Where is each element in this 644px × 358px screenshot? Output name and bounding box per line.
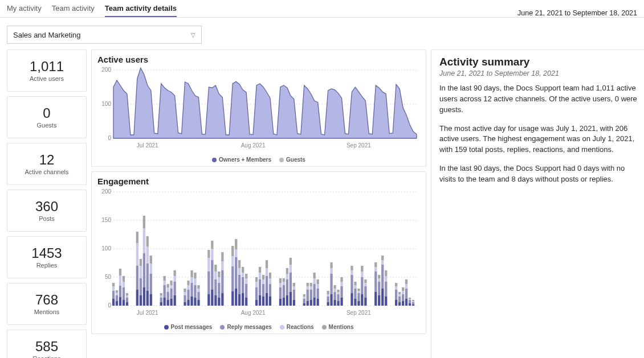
- metric-label: Active channels: [25, 168, 68, 175]
- svg-rect-271: [405, 289, 407, 299]
- svg-rect-98: [197, 300, 199, 306]
- svg-rect-88: [187, 285, 189, 290]
- svg-rect-204: [327, 294, 329, 297]
- svg-rect-249: [378, 275, 380, 278]
- svg-rect-142: [255, 300, 258, 306]
- svg-rect-67: [164, 285, 166, 298]
- svg-rect-272: [405, 284, 407, 289]
- legend-item: Guests: [279, 157, 305, 163]
- svg-rect-262: [398, 302, 401, 306]
- metric-value: 585: [35, 339, 58, 354]
- svg-rect-173: [286, 268, 288, 274]
- metric-label: Mentions: [34, 308, 60, 315]
- svg-rect-231: [357, 293, 360, 301]
- svg-rect-237: [361, 266, 363, 271]
- svg-rect-131: [238, 275, 241, 294]
- svg-rect-170: [286, 295, 288, 306]
- svg-rect-62: [160, 302, 162, 306]
- svg-rect-74: [170, 299, 173, 306]
- svg-rect-162: [279, 299, 282, 306]
- activity-summary-panel: Activity summary June 21, 2021 to Septem…: [431, 50, 644, 358]
- content-grid: 1,011 Active users 0 Guests 12 Active ch…: [0, 50, 644, 358]
- svg-rect-229: [354, 282, 356, 285]
- svg-rect-257: [385, 270, 387, 276]
- svg-rect-248: [378, 278, 380, 282]
- svg-rect-102: [207, 294, 210, 306]
- svg-rect-76: [170, 285, 173, 289]
- svg-rect-269: [402, 287, 404, 291]
- svg-rect-30: [119, 297, 121, 306]
- svg-rect-181: [293, 283, 295, 286]
- metric-label: Guests: [37, 122, 57, 129]
- svg-rect-247: [378, 282, 380, 295]
- svg-rect-216: [337, 292, 339, 294]
- svg-rect-117: [218, 271, 220, 277]
- svg-rect-227: [354, 289, 356, 299]
- svg-rect-78: [174, 295, 176, 306]
- svg-rect-211: [333, 292, 336, 300]
- svg-rect-72: [167, 287, 169, 292]
- svg-rect-82: [184, 302, 186, 306]
- tabs: My activity Team activity Team activity …: [7, 2, 177, 17]
- svg-rect-242: [374, 292, 377, 306]
- svg-rect-94: [194, 298, 196, 306]
- svg-rect-161: [269, 273, 271, 278]
- svg-text:200: 200: [101, 188, 111, 195]
- svg-rect-26: [116, 301, 118, 306]
- svg-rect-228: [354, 285, 356, 289]
- svg-rect-222: [350, 293, 353, 306]
- svg-rect-24: [112, 286, 115, 291]
- svg-rect-111: [214, 279, 217, 295]
- svg-rect-225: [350, 266, 353, 270]
- svg-text:100: 100: [101, 101, 111, 107]
- svg-rect-137: [242, 267, 244, 273]
- svg-text:0: 0: [108, 135, 111, 141]
- metric-label: Active users: [30, 75, 64, 82]
- metric-active-users: 1,011 Active users: [7, 50, 87, 92]
- svg-rect-260: [395, 286, 397, 290]
- tab-team-activity-details[interactable]: Team activity details: [105, 2, 177, 17]
- svg-rect-168: [283, 282, 285, 285]
- svg-rect-69: [164, 276, 166, 281]
- tab-my-activity[interactable]: My activity: [7, 2, 42, 17]
- svg-rect-263: [398, 297, 401, 302]
- svg-rect-217: [337, 290, 339, 292]
- svg-rect-171: [286, 279, 288, 295]
- svg-rect-176: [290, 265, 292, 273]
- svg-rect-42: [136, 290, 138, 306]
- svg-rect-22: [112, 299, 115, 306]
- svg-rect-77: [170, 281, 173, 285]
- chevron-down-icon: ▽: [191, 32, 195, 38]
- svg-rect-75: [170, 289, 173, 299]
- svg-rect-219: [340, 286, 343, 298]
- svg-rect-232: [357, 291, 360, 293]
- svg-rect-118: [221, 293, 223, 306]
- tab-team-activity[interactable]: Team activity: [52, 2, 95, 17]
- svg-rect-180: [293, 286, 295, 290]
- legend-item: Reply messages: [220, 324, 271, 330]
- svg-rect-61: [150, 256, 152, 264]
- svg-rect-63: [160, 298, 162, 302]
- svg-rect-53: [143, 216, 145, 228]
- svg-rect-264: [398, 294, 401, 297]
- svg-rect-199: [317, 289, 319, 299]
- summary-paragraph: The most active day for usage was July 1…: [439, 124, 638, 156]
- svg-rect-259: [395, 290, 397, 300]
- svg-rect-252: [381, 260, 384, 265]
- svg-rect-256: [385, 276, 387, 282]
- team-select-dropdown[interactable]: Sales and Marketing ▽: [7, 26, 202, 44]
- svg-rect-195: [313, 284, 316, 298]
- svg-rect-233: [357, 289, 360, 291]
- svg-rect-120: [221, 261, 223, 270]
- svg-rect-253: [381, 256, 384, 260]
- svg-text:Jul 2021: Jul 2021: [137, 310, 158, 316]
- svg-rect-265: [398, 292, 401, 294]
- svg-rect-35: [123, 287, 125, 300]
- svg-rect-185: [303, 294, 305, 297]
- engagement-legend: Post messages Reply messages Reactions M…: [97, 324, 420, 330]
- svg-rect-31: [119, 286, 121, 297]
- svg-rect-143: [255, 287, 258, 300]
- svg-rect-220: [340, 282, 343, 286]
- metric-value: 0: [43, 106, 50, 121]
- svg-rect-70: [167, 300, 169, 306]
